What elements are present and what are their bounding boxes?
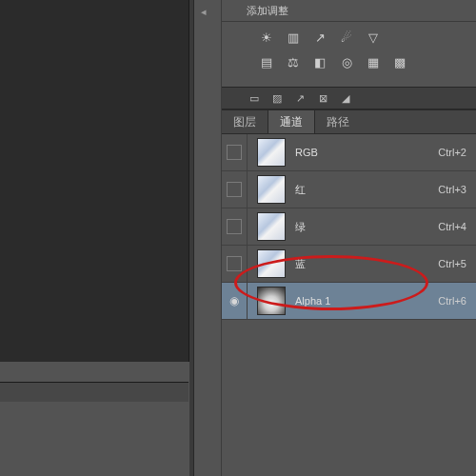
adjustments-presets: ☀ ▥ ↗ ☄ ▽ ▤ ⚖ ◧ ◎ ▦ ▩ [222,22,476,87]
thumb-blue [257,249,286,278]
strip-icon-5[interactable]: ◢ [336,90,355,106]
name-alpha-1: Alpha 1 [295,295,438,307]
channel-rgb[interactable]: RGB Ctrl+2 [222,134,476,171]
vibrance-icon[interactable]: ▽ [363,28,384,47]
channel-mixer-icon[interactable]: ▦ [363,52,384,71]
visibility-alpha-1[interactable]: ◉ [222,283,248,319]
thumb-red [257,175,286,204]
name-green: 绿 [295,220,438,234]
thumb-green [257,212,286,241]
curves-icon[interactable]: ↗ [309,28,330,47]
adjustments-tool-strip: ▭ ▨ ↗ ⊠ ◢ [222,87,476,109]
shortcut-rgb: Ctrl+2 [438,147,466,158]
tab-layers[interactable]: 图层 [222,110,268,133]
tab-paths[interactable]: 路径 [315,110,361,133]
channel-red[interactable]: 红 Ctrl+3 [222,171,476,208]
hue-sat-icon[interactable]: ▤ [256,52,277,71]
name-rgb: RGB [295,147,438,158]
strip-icon-3[interactable]: ↗ [290,90,309,106]
channel-alpha-1[interactable]: ◉ Alpha 1 Ctrl+6 [222,283,476,320]
channel-blue[interactable]: 蓝 Ctrl+5 [222,246,476,283]
name-red: 红 [295,183,438,197]
collapse-panel-icon[interactable]: ◂ [195,4,212,19]
visibility-rgb[interactable] [222,134,248,170]
visibility-blue[interactable] [222,246,248,282]
name-blue: 蓝 [295,257,438,271]
right-panel-stack: 添加调整 ☀ ▥ ↗ ☄ ▽ ▤ ⚖ ◧ ◎ ▦ ▩ ▭ ▨ ↗ ⊠ ◢ 图层 … [221,0,476,476]
shortcut-blue: Ctrl+5 [438,258,466,269]
strip-icon-1[interactable]: ▭ [245,90,264,106]
photo-filter-icon[interactable]: ◎ [336,52,357,71]
strip-icon-4[interactable]: ⊠ [313,90,332,106]
shortcut-green: Ctrl+4 [438,221,466,232]
tab-channels[interactable]: 通道 [268,110,315,133]
thumb-rgb [257,138,286,167]
canvas-horizontal-scrollbar[interactable] [0,382,188,402]
panel-divider[interactable] [189,0,194,476]
canvas-area[interactable] [0,0,189,362]
thumb-alpha-1 [257,287,286,315]
shortcut-red: Ctrl+3 [438,184,466,195]
brightness-icon[interactable]: ☀ [256,28,277,47]
adjustments-label: 添加调整 [247,4,288,18]
color-lookup-icon[interactable]: ▩ [389,52,410,71]
visibility-red[interactable] [222,171,248,208]
black-white-icon[interactable]: ◧ [309,52,330,71]
eye-icon: ◉ [229,294,239,307]
panel-tabs: 图层 通道 路径 [222,109,476,134]
exposure-icon[interactable]: ☄ [336,28,357,47]
channels-list: RGB Ctrl+2 红 Ctrl+3 绿 Ctrl+4 蓝 Ctrl+5 ◉ … [222,134,476,320]
visibility-green[interactable] [222,208,248,245]
strip-icon-2[interactable]: ▨ [268,90,287,106]
channel-green[interactable]: 绿 Ctrl+4 [222,208,476,246]
levels-icon[interactable]: ▥ [283,28,304,47]
shortcut-alpha-1: Ctrl+6 [438,295,466,307]
color-balance-icon[interactable]: ⚖ [283,52,304,71]
adjustments-header: 添加调整 [222,0,476,22]
